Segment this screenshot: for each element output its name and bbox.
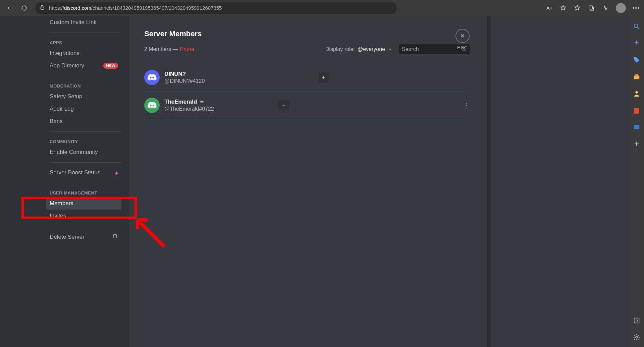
edge-sidebar xyxy=(629,16,644,347)
page-title: Server Members xyxy=(144,30,470,38)
member-row[interactable]: TheEmerald @TheEmerald#0722 + ⋮ xyxy=(144,92,470,119)
add-favorite-icon[interactable] xyxy=(559,4,567,12)
sidebar-item-label: Integrations xyxy=(50,50,79,57)
avatar xyxy=(144,70,160,85)
refresh-button[interactable] xyxy=(19,3,29,13)
settings-sidebar: Custom Invite Link APPS Integrations App… xyxy=(0,16,129,347)
sidebar-separator xyxy=(50,183,121,183)
profile-button[interactable] xyxy=(616,3,626,13)
sidebar-item-label: Delete Server xyxy=(50,234,85,240)
discord-logo-icon xyxy=(147,74,157,81)
member-name: DINUN? xyxy=(164,71,186,77)
sidebar-header-apps: APPS xyxy=(50,40,121,45)
collapse-icon[interactable] xyxy=(633,317,640,324)
new-badge: NEW xyxy=(103,63,118,69)
sidebar-item-members[interactable]: Members xyxy=(46,197,121,210)
favorites-icon[interactable] xyxy=(574,4,581,12)
sidebar-item-label: Invites xyxy=(50,213,66,219)
content-scrollbar[interactable] xyxy=(487,16,490,347)
search-placeholder: Search xyxy=(402,46,461,52)
role-filter-label: Display role: xyxy=(325,46,355,52)
avatar xyxy=(144,98,160,113)
briefcase-icon[interactable] xyxy=(633,73,640,80)
lock-icon xyxy=(40,5,45,11)
sidebar-item-app-directory[interactable]: App Directory NEW xyxy=(46,60,121,72)
boost-gem-icon: ◈ xyxy=(114,170,118,175)
url-domain: discord.com xyxy=(64,5,91,11)
close-icon[interactable] xyxy=(455,29,470,43)
svg-point-7 xyxy=(636,336,638,338)
owner-crown-icon xyxy=(200,99,204,105)
close-settings[interactable]: ESC xyxy=(455,29,470,50)
member-tag: @TheEmerald#0722 xyxy=(164,106,214,112)
sidebar-item-label: Server Boost Status xyxy=(50,169,100,176)
role-filter[interactable]: Display role: @everyone xyxy=(325,46,392,52)
sidebar-item-boost[interactable]: Server Boost Status ◈ xyxy=(46,167,121,179)
text-size-icon[interactable]: A)) xyxy=(545,4,553,12)
outlook-icon[interactable] xyxy=(633,123,640,131)
sidebar-item-label: Members xyxy=(50,200,73,207)
sidebar-separator xyxy=(50,33,121,33)
sidebar-header-moderation: MODERATION xyxy=(50,83,121,89)
sidebar-item-integrations[interactable]: Integrations xyxy=(46,47,121,59)
prune-link[interactable]: Prune xyxy=(180,46,194,52)
sidebar-item-label: Safety Setup xyxy=(50,93,82,100)
sidebar-separator xyxy=(50,131,121,132)
sidebar-separator xyxy=(50,162,121,163)
svg-rect-3 xyxy=(634,75,640,79)
collections-icon[interactable] xyxy=(588,4,595,12)
browser-right-icons: A)) ••• xyxy=(545,3,640,13)
sidebar-item-bans[interactable]: Bans xyxy=(46,115,121,127)
add-sidebar-icon[interactable] xyxy=(633,140,640,148)
sidebar-separator xyxy=(50,226,121,226)
members-toolbar: 2 Members — Prune Display role: @everyon… xyxy=(144,44,470,54)
sidebar-item-invites[interactable]: Invites xyxy=(46,210,121,222)
member-more-button[interactable]: ⋮ xyxy=(463,101,470,109)
browser-top-bar: https://discord.com/channels/10432049591… xyxy=(0,0,644,16)
sidebar-header-community: COMMUNITY xyxy=(50,139,121,144)
sidebar-header-user-mgmt: USER MANAGEMENT xyxy=(50,190,121,195)
address-bar[interactable]: https://discord.com/channels/10432049591… xyxy=(35,2,397,14)
tag-icon[interactable] xyxy=(633,56,640,64)
svg-rect-1 xyxy=(589,6,592,9)
settings-content: ESC Server Members 2 Members — Prune Dis… xyxy=(129,16,487,347)
svg-point-4 xyxy=(635,91,638,94)
sidebar-item-enable-community[interactable]: Enable Community xyxy=(46,146,121,158)
search-icon[interactable] xyxy=(633,23,640,30)
sidebar-separator xyxy=(50,76,121,76)
sidebar-item-audit-log[interactable]: Audit Log xyxy=(46,103,121,115)
sidebar-item-label: Audit Log xyxy=(50,106,74,112)
more-icon[interactable]: ••• xyxy=(633,4,640,12)
member-row[interactable]: DINUN? @DINUN?#4120 + xyxy=(144,64,470,92)
sidebar-item-delete-server[interactable]: Delete Server xyxy=(46,230,121,243)
member-tag: @DINUN?#4120 xyxy=(164,78,205,84)
role-filter-value: @everyone xyxy=(358,46,385,52)
person-icon[interactable] xyxy=(633,90,640,97)
url-prefix: https:// xyxy=(49,5,64,11)
sparkle-icon[interactable] xyxy=(633,40,640,47)
svg-point-2 xyxy=(634,24,638,28)
member-count: 2 Members — xyxy=(144,46,178,52)
member-name: TheEmerald xyxy=(164,99,197,105)
sidebar-item-label: Bans xyxy=(50,118,63,125)
add-role-button[interactable]: + xyxy=(279,100,289,110)
trash-icon xyxy=(112,233,118,241)
svg-rect-6 xyxy=(634,318,639,323)
url-path: /channels/1043204959195365407/1043204959… xyxy=(91,5,222,11)
discord-logo-icon xyxy=(147,102,157,109)
sidebar-item-label: Custom Invite Link xyxy=(50,19,97,26)
sidebar-item-custom-invite[interactable]: Custom Invite Link xyxy=(46,16,121,28)
add-role-button[interactable]: + xyxy=(319,72,329,82)
sidebar-item-label: Enable Community xyxy=(50,149,98,156)
office-icon[interactable] xyxy=(633,107,640,114)
back-button[interactable] xyxy=(4,3,13,13)
discord-settings: Custom Invite Link APPS Integrations App… xyxy=(0,16,487,347)
sidebar-item-label: App Directory xyxy=(50,62,84,69)
chevron-down-icon xyxy=(388,47,392,52)
sidebar-item-safety[interactable]: Safety Setup xyxy=(46,91,121,103)
svg-rect-5 xyxy=(634,125,640,129)
svg-rect-0 xyxy=(41,7,44,9)
settings-icon[interactable] xyxy=(633,334,640,341)
performance-icon[interactable] xyxy=(602,4,609,12)
esc-label: ESC xyxy=(455,45,470,50)
